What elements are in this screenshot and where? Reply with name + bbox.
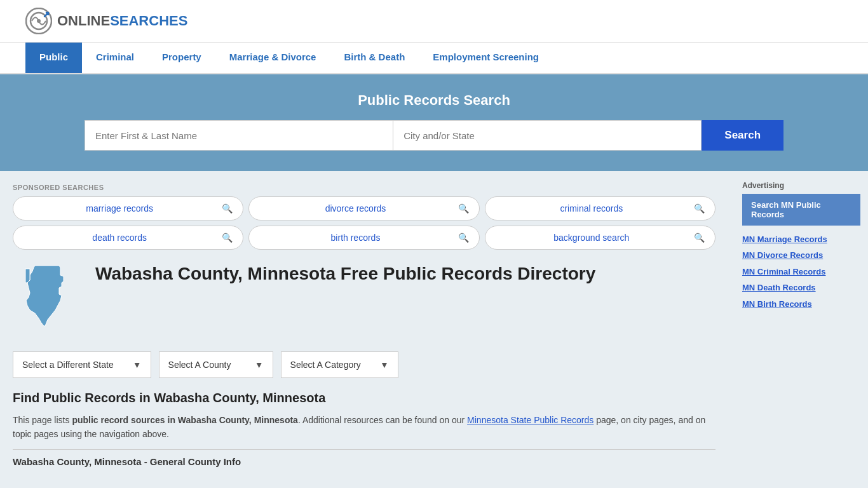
- sponsored-item-birth[interactable]: birth records 🔍: [248, 226, 479, 250]
- category-dropdown-arrow: ▼: [380, 360, 389, 370]
- find-text-bold: public record sources in Wabasha County,…: [72, 415, 298, 425]
- find-state-link[interactable]: Minnesota State Public Records: [467, 415, 593, 425]
- sponsored-link-birth[interactable]: birth records: [259, 233, 451, 243]
- sponsored-link-criminal[interactable]: criminal records: [496, 203, 688, 214]
- sidebar-link-criminal[interactable]: MN Criminal Records: [742, 264, 860, 279]
- logo-text: ONLINESEARCHES: [57, 13, 187, 29]
- page-title: Wabasha County, Minnesota Free Public Re…: [95, 262, 595, 285]
- page-title-section: Wabasha County, Minnesota Free Public Re…: [13, 262, 715, 339]
- sidebar-link-marriage[interactable]: MN Marriage Records: [742, 232, 860, 247]
- find-records-title: Find Public Records in Wabasha County, M…: [13, 391, 715, 405]
- nav-item-employment[interactable]: Employment Screening: [419, 43, 553, 73]
- search-icon-death: 🔍: [222, 233, 233, 243]
- category-dropdown[interactable]: Select A Category ▼: [281, 351, 398, 378]
- logo-icon: [25, 8, 52, 34]
- section-sub-title: Wabasha County, Minnesota - General Coun…: [13, 456, 715, 467]
- search-banner: Public Records Search Search: [0, 74, 868, 171]
- sponsored-item-marriage[interactable]: marriage records 🔍: [13, 196, 243, 220]
- search-banner-title: Public Records Search: [25, 92, 843, 109]
- nav-item-marriage-divorce[interactable]: Marriage & Divorce: [215, 43, 330, 73]
- sponsored-item-criminal[interactable]: criminal records 🔍: [485, 196, 715, 220]
- main-nav: Public Criminal Property Marriage & Divo…: [0, 43, 868, 74]
- sidebar-link-birth[interactable]: MN Birth Records: [742, 297, 860, 311]
- sponsored-item-divorce[interactable]: divorce records 🔍: [248, 196, 479, 220]
- state-dropdown[interactable]: Select a Different State ▼: [13, 351, 151, 378]
- sponsored-item-death[interactable]: death records 🔍: [13, 226, 243, 250]
- sponsored-label: SPONSORED SEARCHES: [13, 184, 715, 191]
- dropdowns-row: Select a Different State ▼ Select A Coun…: [13, 351, 715, 378]
- county-dropdown-arrow: ▼: [255, 360, 264, 370]
- state-dropdown-arrow: ▼: [133, 360, 142, 370]
- center-content: SPONSORED SEARCHES marriage records 🔍 di…: [0, 171, 735, 486]
- logo[interactable]: ONLINESEARCHES: [25, 8, 187, 34]
- search-icon-divorce: 🔍: [458, 203, 469, 214]
- sidebar-ad-label: Advertising: [742, 181, 860, 190]
- sidebar-links: MN Marriage Records MN Divorce Records M…: [742, 232, 860, 311]
- state-map: [13, 262, 83, 339]
- main-content: SPONSORED SEARCHES marriage records 🔍 di…: [0, 171, 868, 486]
- find-text-intro: This page lists: [13, 415, 72, 425]
- nav-item-property[interactable]: Property: [148, 43, 215, 73]
- sponsored-item-background[interactable]: background search 🔍: [485, 226, 715, 250]
- search-icon-birth: 🔍: [458, 233, 469, 243]
- sponsored-link-background[interactable]: background search: [496, 233, 688, 243]
- sidebar-link-death[interactable]: MN Death Records: [742, 280, 860, 295]
- location-input[interactable]: [393, 120, 702, 151]
- site-header: ONLINESEARCHES: [0, 0, 868, 43]
- find-records-text: This page lists public record sources in…: [13, 413, 715, 442]
- svg-marker-3: [25, 269, 30, 283]
- nav-item-criminal[interactable]: Criminal: [82, 43, 148, 73]
- county-dropdown-label: Select A County: [168, 360, 231, 370]
- nav-item-public[interactable]: Public: [25, 43, 82, 73]
- search-icon-criminal: 🔍: [694, 203, 705, 214]
- sidebar-featured-button[interactable]: Search MN Public Records: [742, 194, 860, 226]
- svg-point-2: [37, 19, 41, 23]
- nav-item-birth-death[interactable]: Birth & Death: [330, 43, 419, 73]
- category-dropdown-label: Select A Category: [290, 360, 361, 370]
- sponsored-grid: marriage records 🔍 divorce records 🔍 cri…: [13, 196, 715, 250]
- find-text-mid: . Additional resources can be found on o…: [298, 415, 467, 425]
- sidebar: Advertising Search MN Public Records MN …: [735, 171, 868, 486]
- sponsored-link-divorce[interactable]: divorce records: [259, 203, 451, 214]
- sidebar-link-divorce[interactable]: MN Divorce Records: [742, 248, 860, 262]
- search-icon-marriage: 🔍: [222, 203, 233, 214]
- minnesota-map-svg: [16, 262, 79, 339]
- county-dropdown[interactable]: Select A County ▼: [159, 351, 273, 378]
- state-dropdown-label: Select a Different State: [22, 360, 114, 370]
- section-divider: [13, 449, 715, 450]
- page-title-text: Wabasha County, Minnesota Free Public Re…: [95, 262, 595, 285]
- sponsored-link-marriage[interactable]: marriage records: [24, 203, 215, 214]
- name-input[interactable]: [85, 120, 393, 151]
- sponsored-link-death[interactable]: death records: [24, 233, 215, 243]
- search-icon-background: 🔍: [694, 233, 705, 243]
- search-button[interactable]: Search: [702, 120, 783, 151]
- search-form: Search: [85, 120, 783, 151]
